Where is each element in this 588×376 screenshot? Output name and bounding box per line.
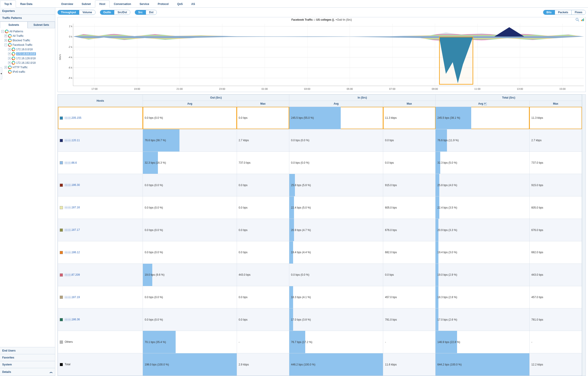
metric-cell: 2.9 kbps [237, 353, 289, 376]
expand-icon[interactable]: + [4, 39, 7, 42]
collapse-icon[interactable]: − [4, 43, 7, 46]
tree-ipv6-traffic[interactable]: IPv6 traffic [1, 70, 54, 74]
table-row[interactable]: xx.xx.186.300.0 bps (0.0 %)0.0 bps25.8 b… [58, 174, 582, 196]
chevron-up-icon[interactable]: ︽ [50, 370, 53, 374]
y-tick-label: 0 k [63, 35, 72, 38]
tree-facebook-traffic[interactable]: − Facebook Traffic [1, 43, 54, 47]
col-out-max[interactable]: Max [237, 101, 289, 107]
metric-cell: 0.0 bps [237, 219, 289, 241]
tree-blocked-traffic[interactable]: + Blocked Traffic [1, 38, 54, 43]
metric-cell: 0.0 bps (0.0 %) [143, 219, 237, 241]
pill-bits[interactable]: Bits [543, 10, 555, 15]
table-scrollbar[interactable] [582, 94, 586, 376]
pill-dst[interactable]: Dst [146, 10, 157, 15]
table-row[interactable]: xx.xx.120.1176.6 bps (38.7 %)2.7 kbps0.0… [58, 129, 582, 152]
pill-packets[interactable]: Packets [555, 10, 571, 15]
sidebar-section-traffic-patterns[interactable]: Traffic Patterns [0, 15, 55, 21]
table-row[interactable]: xx.xx.186.360.0 bps (0.0 %)0.0 bps17.0 b… [58, 308, 582, 331]
svg-point-0 [576, 18, 578, 21]
col-out-avg[interactable]: Avg [143, 101, 237, 107]
expand-icon[interactable]: + [4, 35, 7, 37]
host-link[interactable]: .66.6 [71, 161, 77, 164]
sidebar-section-details[interactable]: Details ︽ [0, 368, 55, 376]
table-row[interactable]: xx.xx.187.190.0 bps (0.0 %)0.0 bps18.3 b… [58, 286, 582, 308]
sidebar-section-exporters[interactable]: Exporters [0, 8, 55, 15]
pill-volume[interactable]: Volume [79, 10, 95, 15]
tab-subnet[interactable]: Subnet [77, 0, 95, 7]
col-in-avg[interactable]: Avg [289, 101, 383, 107]
tab-host[interactable]: Host [95, 0, 110, 8]
sidebar-section-end-users[interactable]: End Users [0, 347, 55, 354]
sort-desc-icon[interactable] [484, 103, 487, 105]
tab-raw-data[interactable]: Raw Data [16, 0, 37, 7]
tab-overview[interactable]: Overview [57, 0, 77, 7]
tab-service[interactable]: Service [135, 0, 154, 7]
tree-subnet-item[interactable]: +172.16.192.0/18 [1, 61, 54, 65]
subtab-subnets[interactable]: Subnets [0, 21, 28, 28]
table-row[interactable]: xx.xx.205.1550.0 bps (0.0 %)0.0 bps245.5… [58, 107, 582, 129]
host-link[interactable]: .186.12 [71, 251, 80, 254]
pill-src-dst[interactable]: Src/Dst [114, 10, 130, 15]
col-hosts[interactable]: Hosts [58, 95, 143, 107]
chart-plot-area[interactable]: 2 k0 k-2 k-4 k-6 k-8 k17:0019:0021:0023:… [73, 24, 584, 86]
host-link[interactable]: .186.30 [71, 183, 80, 187]
host-link[interactable]: .187.17 [71, 228, 80, 231]
sidebar-section-favorites[interactable]: Favorites [0, 354, 55, 361]
sidebar-collapse-handle[interactable]: ◂ [0, 67, 2, 79]
sidebar-section-system[interactable]: System [0, 361, 55, 368]
tree-subnet-item[interactable]: +172.16.64.0/18 [1, 52, 54, 56]
tab-protocol[interactable]: Protocol [153, 0, 173, 7]
zoom-icon[interactable] [576, 18, 579, 21]
table-row[interactable]: xx.xx.187.170.0 bps (0.0 %)0.0 bps20.9 b… [58, 219, 582, 241]
tree-subnet-item[interactable]: +172.16.128.0/18 [1, 56, 54, 61]
tab-as[interactable]: AS [187, 0, 199, 7]
series-swatch [60, 184, 63, 187]
col-total-avg[interactable]: Avg [436, 101, 529, 107]
host-link[interactable]: .205.155 [71, 116, 81, 119]
table-row[interactable]: xx.xx.87.20919.0 bps (9.6 %)443.0 bps0.0… [58, 263, 582, 286]
table-row[interactable]: xx.xx.187.160.0 bps (0.0 %)0.0 bps22.4 b… [58, 196, 582, 219]
host-cell: xx.xx.66.6 [58, 152, 143, 174]
tree-all-patterns[interactable]: − All Patterns [1, 29, 54, 34]
tab-conversation[interactable]: Conversation [110, 0, 135, 7]
chart-body[interactable]: bits/s 2 k0 k-2 k-4 k-6 k-8 k17:0019:002… [58, 22, 586, 92]
metric-cell: 245.5 bps (55.0 %) [289, 107, 383, 129]
table-row[interactable]: Others70.1 bps (35.4 %)-76.7 bps (17.2 %… [58, 331, 582, 353]
table-row[interactable]: xx.xx.66.632.3 bps (16.3 %)737.0 bps0.0 … [58, 152, 582, 174]
tab-qos[interactable]: QoS [173, 0, 187, 7]
collapse-icon[interactable]: − [1, 30, 4, 33]
metric-cell: 17.0 bps (2.6 %) [436, 308, 529, 331]
expand-icon[interactable]: + [8, 62, 11, 64]
expand-icon[interactable]: + [8, 52, 11, 55]
pill-flows[interactable]: Flows [571, 10, 586, 15]
table-row[interactable]: xx.xx.186.120.0 bps (0.0 %)0.0 bps19.4 b… [58, 241, 582, 263]
pill-src[interactable]: Src [135, 10, 146, 15]
host-link[interactable]: .186.36 [71, 318, 80, 321]
x-tick-label: 17:00 [91, 88, 98, 90]
col-in-max[interactable]: Max [383, 101, 436, 107]
host-cell: xx.xx.186.36 [58, 308, 143, 331]
tab-top-n[interactable]: Top N [0, 0, 16, 8]
tree-all-traffic[interactable]: + All Traffic [1, 34, 54, 38]
export-icon[interactable] [581, 18, 584, 21]
expand-icon[interactable]: + [8, 48, 11, 51]
col-total-max[interactable]: Max [529, 101, 582, 107]
host-ip-redacted: xx.xx [65, 183, 71, 187]
colgroup-out: Out (Src) [143, 95, 289, 101]
pill-out-in[interactable]: Out/In [100, 10, 114, 15]
series-swatch [60, 363, 63, 366]
subtab-subnet-sets[interactable]: Subnet Sets [28, 21, 55, 28]
host-link[interactable]: .120.11 [71, 139, 80, 142]
host-link[interactable]: .87.209 [71, 273, 80, 276]
tree-subnet-item[interactable]: +172.16.0.0/18 [1, 47, 54, 52]
host-link[interactable]: .187.19 [71, 296, 80, 299]
top-tab-bar: Top N Raw Data Overview Subnet Host Conv… [0, 0, 588, 8]
table-row[interactable]: Total198.0 bps (100.0 %)2.9 kbps446.2 bp… [58, 353, 582, 376]
expand-icon[interactable]: + [4, 66, 7, 69]
host-cell: xx.xx.87.209 [58, 263, 143, 286]
tree-http-traffic[interactable]: + HTTP Traffic [1, 65, 54, 70]
expand-icon[interactable]: + [8, 57, 11, 60]
pill-throughput[interactable]: Throughput [58, 10, 79, 15]
host-link[interactable]: .187.16 [71, 206, 80, 209]
pattern-icon [12, 61, 15, 65]
